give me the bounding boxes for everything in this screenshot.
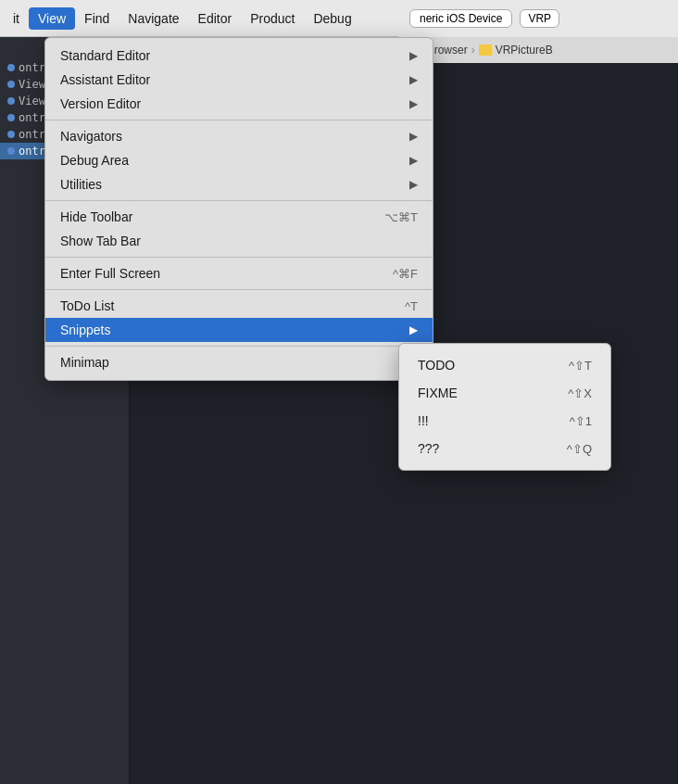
arrow-icon: ▶ [409,73,418,86]
menu-label-snippets: Snippets [60,322,110,337]
separator-5 [45,346,433,347]
menu-item-debug[interactable]: Debug [304,7,360,30]
snippets-submenu: TODO ^⇧T FIXME ^⇧X !!! ^⇧1 ??? ^⇧Q [398,343,611,471]
view-menu-dropdown: Standard Editor ▶ Assistant Editor ▶ Ver… [44,37,433,381]
snippet-label-question: ??? [418,441,439,456]
menu-label-todo: ToDo List [60,298,114,313]
sidebar-dot [7,131,15,138]
arrow-icon: ▶ [409,130,418,143]
arrow-icon: ▶ [409,49,418,62]
menu-label-minimap: Minimap [60,355,109,370]
snippet-shortcut-question: ^⇧Q [567,442,592,456]
breadcrumb-arrow: › [471,44,475,57]
snippet-shortcut-todo: ^⇧T [569,359,592,373]
menu-item-navigate[interactable]: Navigate [119,7,188,30]
menu-navigators[interactable]: Navigators ▶ [45,124,433,148]
menu-label-debug-area: Debug Area [60,153,129,168]
device-selector[interactable]: neric iOS Device [409,9,512,28]
sidebar-dot [7,64,15,71]
menu-show-tab-bar[interactable]: Show Tab Bar [45,229,433,253]
menu-label-standard-editor: Standard Editor [60,48,150,63]
snippet-question[interactable]: ??? ^⇧Q [399,435,610,462]
arrow-icon: ▶ [409,178,418,191]
menu-hide-toolbar[interactable]: Hide Toolbar ⌥⌘T [45,205,433,229]
menu-item-editor[interactable]: Editor [189,7,242,30]
menu-item-it[interactable]: it [4,7,29,30]
menu-debug-area[interactable]: Debug Area ▶ [45,148,433,172]
menu-label-fullscreen: Enter Full Screen [60,266,160,281]
menu-label-hide-toolbar: Hide Toolbar [60,209,132,224]
menu-label-assistant-editor: Assistant Editor [60,72,150,87]
snippet-fixme[interactable]: FIXME ^⇧X [399,379,610,407]
menu-utilities[interactable]: Utilities ▶ [45,172,433,196]
shortcut-todo: ^T [405,299,418,313]
snippet-label-todo: TODO [418,358,455,373]
arrow-icon: ▶ [409,97,418,110]
folder-icon [479,44,492,56]
sidebar-dot [7,147,15,155]
separator-2 [45,200,433,201]
menu-assistant-editor[interactable]: Assistant Editor ▶ [45,68,433,92]
separator-3 [45,257,433,258]
shortcut-hide-toolbar: ⌥⌘T [384,210,418,224]
shortcut-fullscreen: ^⌘F [393,267,418,281]
vrp-badge: VRP [520,9,559,28]
arrow-icon: ▶ [409,154,418,167]
snippet-todo[interactable]: TODO ^⇧T [399,351,610,379]
separator-1 [45,120,433,120]
menu-label-utilities: Utilities [60,177,102,192]
snippet-label-fixme: FIXME [418,386,458,400]
sidebar-dot [7,114,15,121]
separator-4 [45,289,433,290]
menu-item-find[interactable]: Find [75,7,119,30]
breadcrumb-bar: tureBrowser › VRPictureB [398,37,678,63]
breadcrumb-path2: VRPictureB [496,44,553,57]
menu-label-navigators: Navigators [60,129,122,144]
menu-version-editor[interactable]: Version Editor ▶ [45,92,433,116]
snippet-label-exclaim: !!! [418,413,429,428]
menu-item-view[interactable]: View [29,7,75,30]
menu-item-product[interactable]: Product [241,7,304,30]
snippet-shortcut-fixme: ^⇧X [568,386,592,400]
sidebar-dot [7,97,15,105]
menu-bar: it View Find Navigate Editor Product Deb… [0,0,678,37]
snippet-shortcut-exclaim: ^⇧1 [570,414,592,428]
menu-label-show-tab-bar: Show Tab Bar [60,234,141,248]
menu-snippets[interactable]: Snippets ▶ [45,318,433,342]
menu-minimap[interactable]: Minimap ▶ [45,350,433,374]
snippet-exclaim[interactable]: !!! ^⇧1 [399,407,610,435]
menu-label-version-editor: Version Editor [60,96,141,111]
menu-todo-list[interactable]: ToDo List ^T [45,294,433,318]
arrow-icon-snippets: ▶ [409,323,418,336]
menu-standard-editor[interactable]: Standard Editor ▶ [45,44,433,68]
menu-fullscreen[interactable]: Enter Full Screen ^⌘F [45,261,433,285]
sidebar-dot [7,81,15,88]
